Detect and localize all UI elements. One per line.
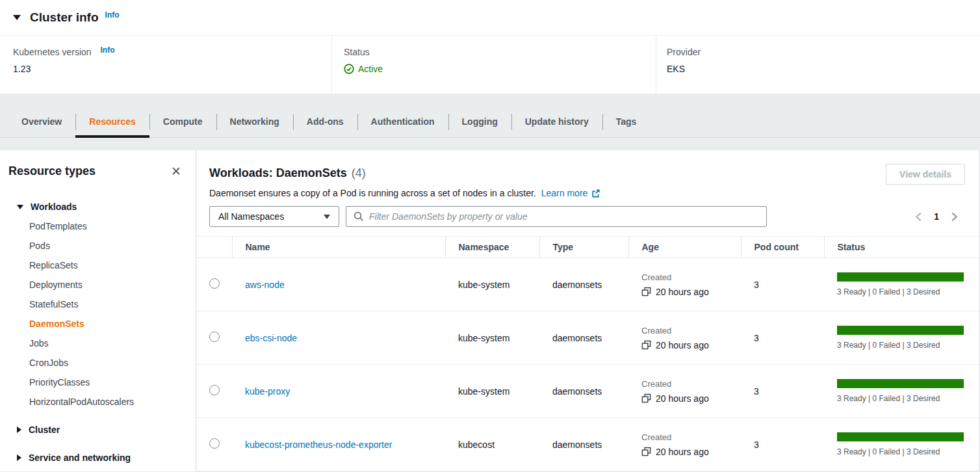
- provider-value: EKS: [667, 64, 980, 74]
- version-info-link[interactable]: Info: [101, 46, 115, 55]
- tab-update-history[interactable]: Update history: [511, 107, 602, 137]
- column-header-namespace[interactable]: Namespace: [445, 237, 539, 258]
- age-cell: Created 20 hours ago: [628, 258, 741, 311]
- age-cell: Created 20 hours ago: [628, 311, 741, 365]
- tree-item-deployments[interactable]: Deployments: [0, 275, 196, 295]
- table-header-row: Name Namespace Type Age Pod count Status: [196, 237, 979, 258]
- pagination: 1: [914, 211, 965, 222]
- column-header-type[interactable]: Type: [539, 237, 628, 258]
- filter-row: All Namespaces 1: [209, 206, 965, 227]
- pod-count-cell: 3: [741, 365, 824, 418]
- resource-tree: Workloads PodTemplates Pods ReplicaSets …: [0, 197, 196, 467]
- tab-tags[interactable]: Tags: [602, 107, 651, 137]
- tree-item-horizontalpodautoscalers[interactable]: HorizontalPodAutoscalers: [0, 392, 196, 412]
- copy-icon[interactable]: [641, 447, 651, 456]
- kubernetes-version-value: 1.23: [13, 64, 331, 74]
- row-select-radio[interactable]: [209, 332, 220, 342]
- daemonset-count: (4): [352, 166, 366, 180]
- status-cell: 3 Ready | 0 Failed | 3 Desired: [824, 311, 979, 365]
- tree-item-priorityclasses[interactable]: PriorityClasses: [0, 373, 196, 392]
- chevron-down-icon: [324, 215, 330, 219]
- status-cell: 3 Ready | 0 Failed | 3 Desired: [824, 258, 979, 311]
- tree-group-workloads[interactable]: Workloads: [0, 197, 196, 216]
- table-row: ebs-csi-node kube-system daemonsets Crea…: [196, 311, 979, 365]
- tab-resources[interactable]: Resources: [75, 107, 149, 137]
- tab-compute[interactable]: Compute: [149, 107, 216, 137]
- tree-item-podtemplates[interactable]: PodTemplates: [0, 216, 196, 236]
- tab-logging[interactable]: Logging: [448, 107, 511, 137]
- table-row: kubecost-prometheus-node-exporter kubeco…: [196, 418, 979, 471]
- row-select-radio[interactable]: [209, 438, 220, 449]
- age-cell: Created 20 hours ago: [628, 418, 741, 471]
- caret-right-icon: [17, 426, 21, 433]
- type-cell: daemonsets: [539, 258, 628, 311]
- tab-add-ons[interactable]: Add-ons: [293, 107, 357, 137]
- status-bar: [837, 379, 964, 388]
- namespace-cell: kube-system: [445, 365, 539, 418]
- close-icon[interactable]: ✕: [171, 165, 181, 177]
- tree-item-statefulsets[interactable]: StatefulSets: [0, 295, 196, 314]
- daemonset-name-link[interactable]: ebs-csi-node: [245, 333, 297, 343]
- tree-group-cluster[interactable]: Cluster: [0, 420, 196, 439]
- cluster-tabs: Overview Resources Compute Networking Ad…: [0, 107, 980, 138]
- daemonset-name-link[interactable]: kube-proxy: [245, 386, 290, 397]
- cluster-info-link[interactable]: Info: [105, 10, 120, 20]
- view-details-button[interactable]: View details: [886, 164, 965, 185]
- tree-item-pods[interactable]: Pods: [0, 236, 196, 256]
- type-cell: daemonsets: [539, 365, 628, 418]
- current-page[interactable]: 1: [934, 211, 939, 222]
- column-header-pod-count[interactable]: Pod count: [741, 237, 824, 258]
- tab-overview[interactable]: Overview: [8, 107, 75, 137]
- row-select-radio[interactable]: [209, 278, 220, 289]
- column-header-name[interactable]: Name: [232, 237, 445, 258]
- previous-page-button[interactable]: [914, 212, 923, 222]
- status-bar: [837, 326, 964, 335]
- namespace-cell: kubecost: [445, 418, 539, 471]
- next-page-button[interactable]: [950, 212, 959, 222]
- tree-item-jobs[interactable]: Jobs: [0, 334, 196, 353]
- status-label: Status: [344, 47, 656, 57]
- namespace-select[interactable]: All Namespaces: [209, 206, 339, 227]
- sidebar-title: Resource types: [8, 164, 96, 178]
- status-cell: 3 Ready | 0 Failed | 3 Desired: [824, 418, 979, 471]
- panel-description: Daemonset ensures a copy of a Pod is run…: [209, 188, 965, 198]
- kubernetes-version-field: Kubernetes version Info 1.23: [0, 36, 331, 94]
- collapse-caret-icon[interactable]: [13, 15, 21, 20]
- tree-group-service-networking[interactable]: Service and networking: [0, 448, 196, 467]
- search-icon: [354, 211, 364, 222]
- status-bar: [837, 272, 964, 282]
- sidebar-header: Resource types ✕: [0, 164, 196, 178]
- provider-label: Provider: [667, 47, 980, 57]
- provider-field: Provider EKS: [656, 36, 980, 94]
- row-select-radio[interactable]: [209, 385, 220, 395]
- search-input[interactable]: [369, 211, 759, 222]
- tab-networking[interactable]: Networking: [216, 107, 293, 137]
- kubernetes-version-label: Kubernetes version Info: [13, 47, 331, 57]
- learn-more-link[interactable]: Learn more: [541, 188, 601, 198]
- copy-icon[interactable]: [641, 340, 651, 350]
- column-header-age[interactable]: Age: [628, 237, 741, 258]
- copy-icon[interactable]: [641, 287, 651, 296]
- status-field: Status Active: [331, 36, 656, 94]
- tree-item-cronjobs[interactable]: CronJobs: [0, 353, 196, 373]
- pod-count-cell: 3: [741, 311, 824, 365]
- column-header-status[interactable]: Status: [824, 237, 979, 258]
- tab-authentication[interactable]: Authentication: [357, 107, 448, 137]
- daemonset-name-link[interactable]: aws-node: [245, 280, 285, 290]
- table-row: kube-proxy kube-system daemonsets Create…: [196, 365, 979, 418]
- resource-types-sidebar: Resource types ✕ Workloads PodTemplates …: [0, 150, 196, 471]
- copy-icon[interactable]: [641, 393, 651, 403]
- status-cell: 3 Ready | 0 Failed | 3 Desired: [824, 365, 979, 418]
- pod-count-cell: 3: [741, 418, 824, 471]
- daemonset-name-link[interactable]: kubecost-prometheus-node-exporter: [245, 439, 392, 450]
- daemonsets-table: Name Namespace Type Age Pod count Status…: [196, 236, 979, 471]
- page-title: Cluster info: [30, 10, 99, 25]
- namespace-cell: kube-system: [445, 311, 539, 365]
- select-column-header: [196, 237, 232, 258]
- check-circle-icon: [344, 64, 354, 74]
- tree-item-daemonsets[interactable]: DaemonSets: [0, 314, 196, 334]
- type-cell: daemonsets: [539, 418, 628, 471]
- pod-count-cell: 3: [741, 258, 824, 311]
- tree-item-replicasets[interactable]: ReplicaSets: [0, 256, 196, 275]
- status-value: Active: [344, 64, 656, 74]
